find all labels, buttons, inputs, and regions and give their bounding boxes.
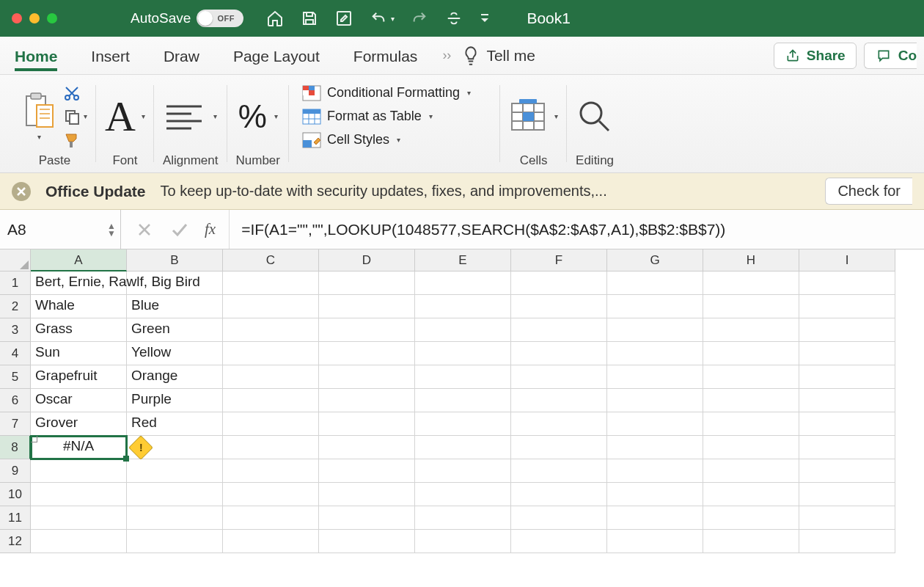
cell-A6[interactable]: Oscar xyxy=(31,389,127,412)
cell-D2[interactable] xyxy=(319,295,415,318)
tab-draw[interactable]: Draw xyxy=(164,40,199,71)
formula-input[interactable]: =IF(A1="","",LOOKUP(1048577,SEARCH($A$2:… xyxy=(230,210,924,249)
cell-G12[interactable] xyxy=(607,530,703,553)
column-header-C[interactable]: C xyxy=(223,249,319,271)
cell-B6[interactable]: Purple xyxy=(127,389,223,412)
column-header-I[interactable]: I xyxy=(799,249,895,271)
copy-button[interactable]: ▾ xyxy=(63,108,87,125)
cell-F7[interactable] xyxy=(511,412,607,436)
cell-E8[interactable] xyxy=(415,436,511,459)
cell-A7[interactable]: Grover xyxy=(31,412,127,436)
tab-formulas[interactable]: Formulas xyxy=(353,40,418,71)
cell-F6[interactable] xyxy=(511,389,607,412)
editing-dropdown[interactable] xyxy=(576,98,613,135)
cell-D4[interactable] xyxy=(319,342,415,365)
cell-F10[interactable] xyxy=(511,483,607,506)
tab-page-layout[interactable]: Page Layout xyxy=(233,40,320,71)
strikethrough-icon[interactable] xyxy=(444,10,463,26)
tab-insert[interactable]: Insert xyxy=(91,40,130,71)
close-window-button[interactable] xyxy=(12,13,22,23)
cell-H4[interactable] xyxy=(703,342,799,365)
cell-A8[interactable]: #N/A! xyxy=(31,436,127,459)
conditional-formatting-button[interactable]: Conditional Formatting ▾ xyxy=(302,85,471,101)
cell-C12[interactable] xyxy=(223,530,319,553)
cell-B12[interactable] xyxy=(127,530,223,553)
cell-H3[interactable] xyxy=(703,318,799,342)
cell-A10[interactable] xyxy=(31,483,127,506)
cut-button[interactable] xyxy=(63,84,81,102)
maximize-window-button[interactable] xyxy=(47,13,57,23)
cell-H2[interactable] xyxy=(703,295,799,318)
cell-F12[interactable] xyxy=(511,530,607,553)
redo-icon[interactable] xyxy=(411,10,428,26)
cell-D6[interactable] xyxy=(319,389,415,412)
autosave-switch[interactable]: OFF xyxy=(197,10,243,27)
cell-C9[interactable] xyxy=(223,459,319,483)
cell-C1[interactable] xyxy=(223,271,319,295)
cell-G8[interactable] xyxy=(607,436,703,459)
tab-home[interactable]: Home xyxy=(15,40,57,71)
cell-A9[interactable] xyxy=(31,459,127,483)
cell-G1[interactable] xyxy=(607,271,703,295)
cell-D1[interactable] xyxy=(319,271,415,295)
cell-A12[interactable] xyxy=(31,530,127,553)
column-header-D[interactable]: D xyxy=(319,249,415,271)
fx-label[interactable]: fx xyxy=(205,210,230,249)
error-indicator[interactable]: ! xyxy=(132,439,150,456)
cell-E9[interactable] xyxy=(415,459,511,483)
minimize-window-button[interactable] xyxy=(29,13,40,23)
font-dropdown[interactable]: A ▾ xyxy=(105,95,145,138)
cell-I2[interactable] xyxy=(799,295,895,318)
cell-I1[interactable] xyxy=(799,271,895,295)
row-header-3[interactable]: 3 xyxy=(0,318,31,342)
cell-G10[interactable] xyxy=(607,483,703,506)
cell-H8[interactable] xyxy=(703,436,799,459)
cell-E7[interactable] xyxy=(415,412,511,436)
cell-F11[interactable] xyxy=(511,506,607,530)
cell-G6[interactable] xyxy=(607,389,703,412)
cell-H12[interactable] xyxy=(703,530,799,553)
cell-I12[interactable] xyxy=(799,530,895,553)
row-header-9[interactable]: 9 xyxy=(0,459,31,483)
cell-E11[interactable] xyxy=(415,506,511,530)
cell-D10[interactable] xyxy=(319,483,415,506)
check-updates-button[interactable]: Check for xyxy=(825,178,912,205)
cell-A3[interactable]: Grass xyxy=(31,318,127,342)
cell-I9[interactable] xyxy=(799,459,895,483)
cell-G9[interactable] xyxy=(607,459,703,483)
column-header-E[interactable]: E xyxy=(415,249,511,271)
paste-button[interactable]: ▾ xyxy=(22,92,56,141)
cell-C4[interactable] xyxy=(223,342,319,365)
row-header-5[interactable]: 5 xyxy=(0,365,31,389)
cell-H10[interactable] xyxy=(703,483,799,506)
cell-E5[interactable] xyxy=(415,365,511,389)
cell-E2[interactable] xyxy=(415,295,511,318)
cell-A11[interactable] xyxy=(31,506,127,530)
cell-styles-button[interactable]: Cell Styles ▾ xyxy=(302,132,471,148)
cell-F9[interactable] xyxy=(511,459,607,483)
cell-D9[interactable] xyxy=(319,459,415,483)
row-header-7[interactable]: 7 xyxy=(0,412,31,436)
cell-C11[interactable] xyxy=(223,506,319,530)
row-header-2[interactable]: 2 xyxy=(0,295,31,318)
undo-icon[interactable]: ▾ xyxy=(370,10,395,26)
cell-F2[interactable] xyxy=(511,295,607,318)
cell-G7[interactable] xyxy=(607,412,703,436)
customize-qat-icon[interactable] xyxy=(480,12,490,25)
cell-B11[interactable] xyxy=(127,506,223,530)
cell-B9[interactable] xyxy=(127,459,223,483)
share-button[interactable]: Share xyxy=(774,43,857,69)
cell-B5[interactable]: Orange xyxy=(127,365,223,389)
column-header-G[interactable]: G xyxy=(607,249,703,271)
cell-E4[interactable] xyxy=(415,342,511,365)
row-header-11[interactable]: 11 xyxy=(0,506,31,530)
cell-A2[interactable]: Whale xyxy=(31,295,127,318)
edit-icon[interactable] xyxy=(334,10,353,27)
cell-G3[interactable] xyxy=(607,318,703,342)
column-header-A[interactable]: A xyxy=(31,249,127,271)
cell-G4[interactable] xyxy=(607,342,703,365)
cell-I3[interactable] xyxy=(799,318,895,342)
cell-B4[interactable]: Yellow xyxy=(127,342,223,365)
row-header-10[interactable]: 10 xyxy=(0,483,31,506)
cell-C10[interactable] xyxy=(223,483,319,506)
